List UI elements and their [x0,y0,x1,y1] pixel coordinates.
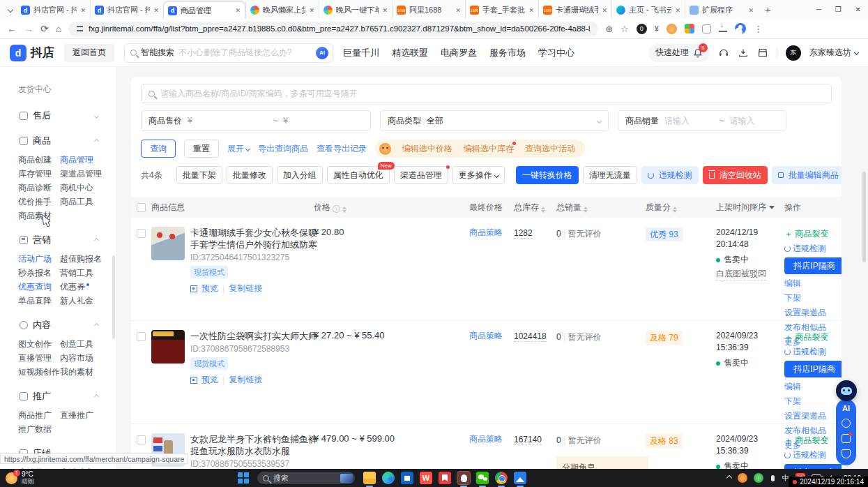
sort-icon[interactable] [541,207,545,213]
new-tab-button[interactable]: + [765,3,771,15]
forward-icon[interactable]: → [24,23,33,34]
storefront-icon[interactable] [757,47,768,59]
tray-green-app-icon[interactable] [754,473,763,483]
set-channel-link[interactable]: 设置渠道品 [784,409,842,424]
browser-tab[interactable]: 阿里1688✕ [392,1,465,19]
main-scrollbar[interactable] [862,172,866,262]
row-checkbox[interactable] [137,332,146,341]
sort-desc-icon[interactable] [769,206,775,209]
offshelf-link[interactable]: 下架 [784,394,842,409]
sidebar-scrollbar[interactable] [112,255,115,339]
site-settings-icon[interactable] [77,26,83,31]
browser-tab[interactable]: 手套_手套批发_手✕ [465,1,538,19]
chrome-icon[interactable] [495,472,508,484]
nav-qianchuan[interactable]: 巨量千川 [343,47,379,59]
wps-icon[interactable]: W [420,472,432,484]
ai-robot-button[interactable] [836,380,857,401]
douyin-ip-button[interactable]: 抖店IP隔商 [784,361,842,377]
keyword-search-input[interactable]: 请输入商品名称/商品ID/商家编码，多条可用逗号隔开 [141,84,832,103]
empty-recycle-button[interactable]: 清空回收站 [703,166,768,184]
set-channel-link[interactable]: 设置渠道品 [784,306,842,320]
sidebar-item-seckill[interactable]: 秒杀报名 [18,266,60,280]
sidebar-group-promotion[interactable]: 推广 [20,390,116,403]
sidebar-item-marketing-tools[interactable]: 营销工具 [60,266,116,280]
extensions-puzzle-icon[interactable] [702,24,711,33]
ai-label[interactable]: AI [842,404,850,412]
product-image[interactable] [151,330,185,364]
tray-expand-icon[interactable] [726,475,732,481]
sidebar-item-discount-query[interactable]: 优惠查询 [18,280,60,294]
sidebar-group-aftersale[interactable]: 售后 [20,110,116,122]
shield-icon[interactable] [842,449,851,458]
stock-value[interactable]: 167140 [514,433,542,445]
smart-search-input[interactable]: 智能搜索 不小心删除了商品链接怎么办? AI [124,43,333,63]
extension-dark-icon[interactable]: 0 [637,24,647,34]
product-image[interactable] [151,227,185,260]
edge-browser-icon[interactable] [382,472,395,484]
sidebar-item-goods-diagnose[interactable]: 商品诊断 [18,181,60,195]
sidebar-item-newbie-gift[interactable]: 新人礼金 [60,294,116,308]
violation-check-link[interactable]: 违规检测 [784,448,842,463]
sidebar-item-single-discount[interactable]: 单品直降 [18,294,60,308]
nav-learning-center[interactable]: 学习中心 [538,47,574,59]
plugin-edit-stock[interactable]: 编辑选中库存 [464,143,514,155]
tab-close-icon[interactable]: ✕ [455,7,461,14]
reset-button[interactable]: 重置 [184,140,219,158]
tab-close-icon[interactable]: ✕ [153,7,159,14]
extension-currency-icon[interactable]: ¥ [655,24,659,33]
sidebar-item-creative-tools[interactable]: 创意工具 [60,337,116,351]
sidebar-item-article-create[interactable]: 图文创作 [18,337,60,351]
row-checkbox[interactable] [137,229,146,238]
browser-tab[interactable]: 晚风一键下单 - 安✕ [319,1,392,19]
tray-orange-app-icon[interactable] [738,473,747,483]
sort-icon[interactable] [673,207,677,213]
sidebar-item-goods-material[interactable]: 商品素材 [18,209,60,223]
copy-link[interactable]: 复制链接 [229,283,262,294]
microphone-icon[interactable] [771,475,775,481]
start-button[interactable] [238,472,249,484]
expand-link[interactable]: 展开 [227,143,250,155]
bookmark-star-icon[interactable]: ☆ [620,24,629,34]
sidebar-item-channel-goods[interactable]: 渠道品管理 [60,167,116,181]
channel-manage-button[interactable]: 渠道品管理 [394,166,448,184]
taskbar-search[interactable]: 搜索 [257,472,355,484]
browser-menu-icon[interactable]: ⋮ [754,24,763,34]
qr-code-icon[interactable] [190,285,197,292]
tab-close-icon[interactable]: ✕ [309,7,314,14]
copy-link[interactable]: 复制链接 [229,374,262,386]
browser-tab[interactable]: 抖店官网 - 抖音小✕ [90,1,163,19]
sidebar-group-goods[interactable]: 商品 [20,135,116,147]
tab-close-icon[interactable]: ✕ [80,7,86,14]
quality-score-badge[interactable]: 及格 79 [646,331,683,345]
product-title[interactable]: 卡通珊瑚绒手套少女心秋冬保暖手套学生情侣户外骑行加绒防寒手套 [190,227,319,250]
sidebar-item-content-market[interactable]: 内容市场 [60,351,116,365]
goods-fission-link[interactable]: ＋ 商品裂变 [784,330,842,345]
customer-service-icon[interactable] [718,47,729,59]
preview-link[interactable]: 预览 [201,374,218,386]
back-home-button[interactable]: 返回首页 [64,44,114,62]
preview-link[interactable]: 预览 [201,283,218,294]
quality-score-badge[interactable]: 优秀 93 [646,227,683,241]
sidebar-item-value-buy[interactable]: 超值购报名 [60,252,116,266]
auto-optimize-button[interactable]: 属性自动优化New [327,166,390,184]
quick-handle-button[interactable]: 快速处理 6 [648,44,710,62]
refresh-icon[interactable]: ⟳ [40,23,49,34]
tab-close-icon[interactable]: ✕ [675,7,680,14]
message-icon[interactable] [842,434,851,443]
photos-app-icon[interactable] [514,472,526,484]
more-ops-button[interactable]: 更多操作 [452,166,505,184]
doudian-logo[interactable]: d 抖店 [10,45,54,61]
douyin-ip-button[interactable]: 抖店IP隔商 [784,257,842,274]
edit-link[interactable]: 编辑 [784,380,842,394]
bell-icon[interactable]: 6 [693,48,703,58]
downloads-icon[interactable] [719,25,727,32]
tab-search-chevron-icon[interactable] [8,6,13,12]
export-goods-link[interactable]: 导出查询商品 [258,143,308,155]
window-restore-icon[interactable]: ❐ [835,6,842,13]
tab-close-icon[interactable]: ✕ [382,7,388,14]
qq-icon[interactable] [457,472,470,484]
export-records-link[interactable]: 查看导出记录 [317,143,367,155]
shop-name[interactable]: 东家臻选坊 [809,47,858,59]
quality-score-badge[interactable]: 及格 83 [646,434,683,448]
violation-check-link[interactable]: 违规检测 [784,241,842,256]
